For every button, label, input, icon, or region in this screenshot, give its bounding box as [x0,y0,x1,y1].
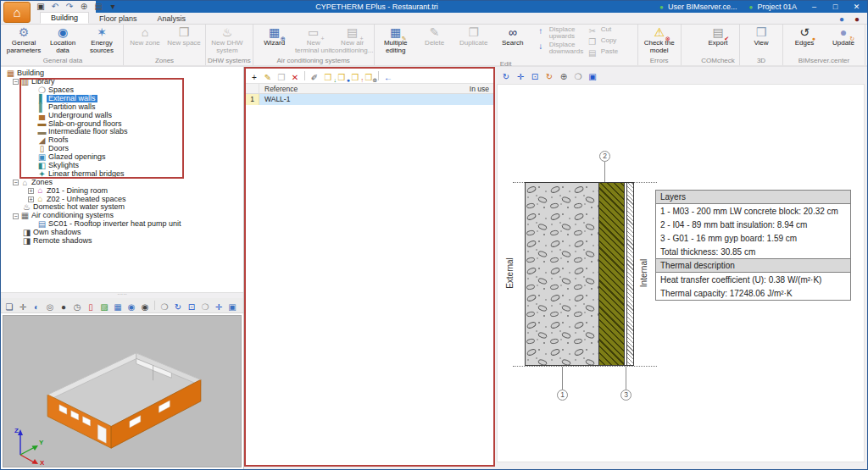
reference-column-header[interactable]: Reference [259,85,451,93]
panel-splitter[interactable]: ····· [1,292,243,298]
fit-view2-icon[interactable]: ✛ [213,301,225,311]
ribbon-button-wizard[interactable]: ▦⊕Wizard [255,25,294,47]
folder-import-icon[interactable]: ❒↓ [322,71,334,81]
app-logo[interactable]: ⌂ [3,2,31,23]
tab-floor-plans[interactable]: Floor plans [89,14,147,24]
preview-toolbar: ↻✛⊡↻⊕❍▣ [495,67,867,84]
folder-copy-icon[interactable]: ❒● [336,71,348,81]
pan-hand-icon[interactable]: ❍ [572,70,584,80]
zoom-all-icon[interactable]: ✛ [515,70,526,80]
viewport-3d[interactable]: Z X Y [3,315,242,467]
thermal-bridges-icon: ✦ [37,169,47,180]
globe-icon[interactable]: ● [836,13,848,23]
ribbon-button-view[interactable]: ❒View [742,25,781,47]
green-grid-icon[interactable]: ▨ [98,301,110,311]
help-icon[interactable]: ● [851,13,863,23]
folder-update-icon[interactable]: ❒↑ [349,71,361,81]
maximize-button[interactable]: □ [825,3,846,11]
ribbon-group-label: General data [4,56,121,65]
magnifier-icon[interactable]: ⊕ [558,70,570,80]
ribbon-group-dhw-systems: ♨New DHW systemDHW systems [206,25,253,65]
qat-caret-icon[interactable]: ▾ [107,2,119,12]
zoom-window2-icon[interactable]: ⊡ [186,301,198,311]
tabrow-right-icons: ●● [836,13,863,23]
ribbon: ⚙General parameters◉Location data✶Energy… [1,25,867,67]
project-chip[interactable]: ●Project 01A [747,2,797,12]
edit-icon[interactable]: ✎ [262,71,274,81]
tree-item-remote-shadows[interactable]: ◨Remote shadows [4,237,243,246]
tree-item-label: Underground walls [47,112,114,120]
globe2-icon[interactable]: ◉ [125,301,137,311]
axis-triad: Z X Y [7,421,51,465]
back-icon[interactable]: ← [382,71,394,81]
redraw-icon[interactable]: ↻ [543,70,555,80]
spheres-icon[interactable]: ◎ [44,301,56,311]
minimize-button[interactable]: – [804,3,825,11]
main-area: ▦Building−▥Library❍Spaces▌External walls… [1,67,867,469]
redo-icon[interactable]: ↷ [64,2,75,12]
ribbon-button-general-parameters[interactable]: ⚙General parameters [4,25,43,55]
ribbon-button-new-air-conditioning: ▤+New air conditioning... [333,25,372,55]
orbit-icon[interactable]: ↻ [500,70,512,80]
tree-item-sc01-rooftop-inverter-heat-pump-unit[interactable]: ▤SC01 - Rooftop inverter heat pump unit [4,220,243,229]
tripod-icon[interactable]: ✛ [17,301,29,311]
tab-building[interactable]: Building [40,12,89,24]
multiple-editing-icon: ▦✎ [387,25,404,40]
dup-icon[interactable]: ❐ [275,71,287,81]
collapse-toggle[interactable]: − [13,79,19,85]
expand-toggle[interactable]: + [28,196,34,202]
collapse-toggle[interactable]: − [13,213,19,219]
screenshot-icon[interactable]: ▣ [226,301,238,311]
ribbon-button-label: New terminal unit [294,40,333,55]
blue-table-icon[interactable]: ▦ [112,301,124,311]
maximize-icon: □ [833,3,837,11]
wall-types-panel: +✎❐✕✐❒↓❒●❒↑❒⊕← Reference In use 1WALL-1 [244,67,495,467]
zoom-icon[interactable]: ⊕ [78,2,90,12]
ribbon-button-label: Location data [43,40,82,55]
house-icon: ⌂ [13,5,20,19]
table-row[interactable]: 1WALL-1 [246,94,493,105]
add-icon[interactable]: + [248,71,260,81]
ribbon-group-label: DHW systems [208,56,251,65]
grab-sphere-icon[interactable]: ❍ [159,301,170,311]
shield-icon[interactable]: ◐ [31,301,42,311]
fit-view-icon[interactable]: ▣ [587,70,598,80]
energy-sources-icon: ✶ [93,25,110,40]
toolbar-separator [304,71,305,80]
ribbon-button-update[interactable]: ●↻Update [824,25,863,47]
ribbon-button-label: Multiple editing [376,40,415,55]
ribbon-button-check-the-model[interactable]: ⚠⊗Check the model [640,25,679,55]
row-number: 1 [246,94,259,105]
ribbon-button-multiple-editing[interactable]: ▦✎Multiple editing [376,25,415,55]
ribbon-button-copy: ❐Copy [587,37,633,47]
in-use-column-header[interactable]: In use [451,85,493,93]
ribbon-button-search[interactable]: ∞Search [493,25,532,47]
collapse-toggle[interactable]: − [13,180,19,185]
expand-toggle[interactable]: + [28,188,34,194]
undo-icon[interactable]: ↶ [49,2,61,12]
orbit-zoom-icon[interactable]: ↻ [172,301,184,311]
del-icon[interactable]: ✕ [289,71,301,81]
reference-cell[interactable]: WALL-1 [259,94,451,105]
folder-search-icon[interactable]: ❒⊕ [363,71,375,81]
layers-icon[interactable]: ❏ [3,301,15,311]
red-frame-icon[interactable]: ▯ [85,301,97,311]
ribbon-button-export[interactable]: ▤✔Export [698,25,737,47]
anchor-icon[interactable]: ◷ [71,301,83,311]
print-icon[interactable]: ▤ [92,2,104,12]
save-icon[interactable]: ▣ [35,2,47,12]
orbit-sphere-icon[interactable]: ● [58,301,70,311]
pan-hand2-icon[interactable]: ❍ [199,301,211,311]
eye-icon[interactable]: ◉ [139,301,151,311]
ribbon-button-energy-sources[interactable]: ✶Energy sources [82,25,121,55]
close-button[interactable]: ✕ [846,3,867,11]
wall-section-canvas[interactable]: External Internal 2 1 3 Layers 1 - M03 -… [497,84,865,462]
ribbon-button-location-data[interactable]: ◉Location data [43,25,82,55]
tree-item-linear-thermal-bridges[interactable]: ✦Linear thermal bridges [4,170,243,179]
ribbon-group-label: 3D [742,56,781,65]
tab-analysis[interactable]: Analysis [147,14,197,24]
bimserver-user-chip[interactable]: ●User BIMserver.ce... [658,2,737,12]
ribbon-button-edges[interactable]: ↺●Edges [785,25,824,47]
zoom-window-icon[interactable]: ⊡ [529,70,541,80]
assign-icon[interactable]: ✐ [309,71,320,81]
